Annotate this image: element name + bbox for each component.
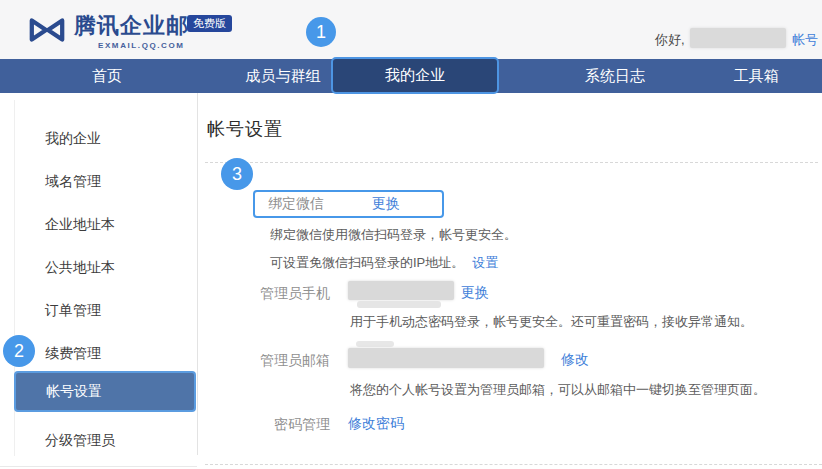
free-edition-badge: 免费版: [187, 15, 232, 32]
wechat-desc: 绑定微信使用微信扫码登录，帐号更安全。: [270, 226, 517, 244]
nav-tab-home[interactable]: 首页: [92, 59, 122, 93]
sidebar-item-renewal-management[interactable]: 续费管理: [45, 343, 101, 363]
redaction-smudge: [357, 301, 441, 308]
sidebar-item-my-company[interactable]: 我的企业: [45, 128, 101, 148]
title-divider: [205, 162, 818, 163]
sidebar-divider: [197, 93, 198, 455]
sidebar-item-account-settings-active[interactable]: 帐号设置: [14, 371, 196, 412]
ip-settings-link[interactable]: 设置: [472, 255, 498, 270]
top-header: 腾讯企业邮 EXMAIL.QQ.COM 免费版 你好, 帐号: [0, 0, 822, 59]
sidebar-item-public-contacts[interactable]: 公共地址本: [45, 257, 115, 277]
email-modify-link[interactable]: 修改: [561, 351, 589, 369]
page-title: 帐号设置: [207, 117, 283, 141]
sidebar-item-sub-admins[interactable]: 分级管理员: [45, 430, 115, 450]
redacted-email-address: [348, 348, 544, 368]
wechat-ip-desc-text: 可设置免微信扫码登录的IP地址。: [270, 255, 464, 270]
change-password-link[interactable]: 修改密码: [348, 415, 404, 433]
wechat-binding-label: 绑定微信: [268, 195, 328, 213]
admin-email-label: 管理员邮箱: [207, 352, 330, 370]
nav-tab-toolbox[interactable]: 工具箱: [734, 59, 779, 93]
password-management-label: 密码管理: [207, 416, 330, 434]
nav-tab-my-company-label: 我的企业: [385, 66, 445, 85]
account-link[interactable]: 帐号: [792, 31, 818, 49]
callout-step-1: 1: [306, 17, 336, 47]
sidebar-item-company-contacts[interactable]: 企业地址本: [45, 214, 115, 234]
callout-step-2: 2: [3, 335, 35, 367]
brand-domain: EXMAIL.QQ.COM: [98, 41, 185, 50]
wechat-ip-desc: 可设置免微信扫码登录的IP地址。设置: [270, 254, 498, 272]
phone-change-link[interactable]: 更换: [461, 284, 489, 302]
wechat-binding-highlight-box: 绑定微信 更换: [253, 190, 444, 218]
nav-tab-members[interactable]: 成员与群组: [246, 59, 321, 93]
greeting-text: 你好,: [655, 31, 685, 49]
redacted-username: [690, 28, 786, 48]
redacted-phone-number: [348, 281, 454, 300]
sidebar-item-domain-management[interactable]: 域名管理: [45, 171, 101, 191]
nav-tab-my-company-active[interactable]: 我的企业: [331, 57, 499, 94]
admin-phone-desc: 用于手机动态密码登录，帐号更安全。还可重置密码，接收异常通知。: [350, 313, 753, 331]
exmail-admin-page: 腾讯企业邮 EXMAIL.QQ.COM 免费版 你好, 帐号 首页 成员与群组 …: [0, 0, 822, 469]
nav-tab-system-log[interactable]: 系统日志: [585, 59, 645, 93]
admin-email-desc: 将您的个人帐号设置为管理员邮箱，可以从邮箱中一键切换至管理页面。: [350, 381, 766, 399]
exmail-bowtie-icon: [28, 15, 66, 45]
bottom-divider: [205, 464, 822, 465]
wechat-change-link[interactable]: 更换: [372, 195, 400, 213]
brand-name: 腾讯企业邮: [74, 13, 189, 39]
sidebar-item-account-settings-label: 帐号设置: [46, 383, 102, 401]
sidebar-item-order-management[interactable]: 订单管理: [45, 300, 101, 320]
redaction-smudge: [356, 341, 394, 347]
callout-step-3: 3: [221, 158, 253, 190]
sidebar-bottom-border: [0, 466, 197, 467]
admin-phone-label: 管理员手机: [207, 285, 330, 303]
